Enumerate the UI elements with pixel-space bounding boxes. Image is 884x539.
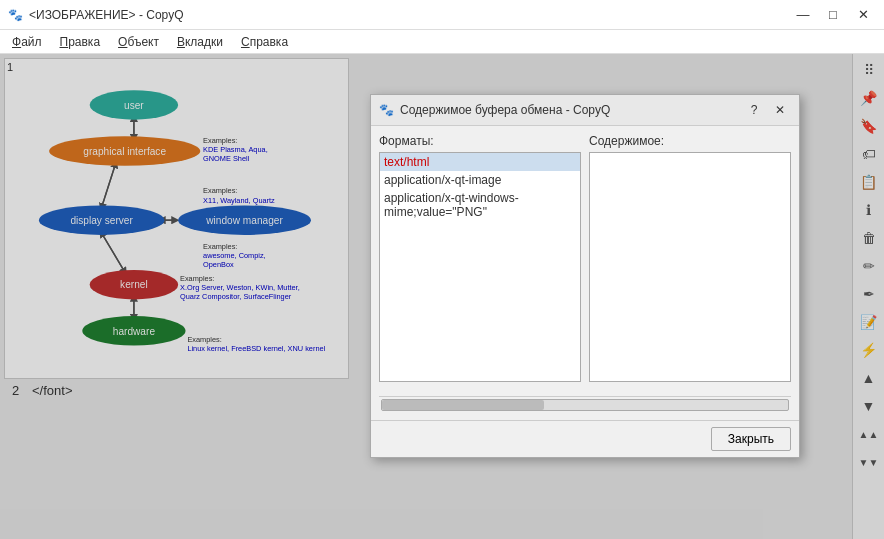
formats-section: Форматы: text/html application/x-qt-imag…: [379, 134, 581, 394]
modal-close-button[interactable]: ✕: [769, 101, 791, 119]
format-item-qt-image[interactable]: application/x-qt-image: [380, 171, 580, 189]
menu-bar: Файл Правка Объект Вкладки Справка: [0, 30, 884, 54]
modal-title-bar: 🐾 Содержимое буфера обмена - CopyQ ? ✕: [371, 95, 799, 126]
modal-columns: Форматы: text/html application/x-qt-imag…: [379, 134, 791, 394]
formats-list[interactable]: text/html application/x-qt-image applica…: [379, 152, 581, 382]
content-box: [589, 152, 791, 382]
modal-title-controls: ? ✕: [743, 101, 791, 119]
modal-title-left: 🐾 Содержимое буфера обмена - CopyQ: [379, 103, 610, 117]
modal-footer: Закрыть: [371, 420, 799, 457]
title-bar: 🐾 <ИЗОБРАЖЕНИЕ> - CopyQ — □ ✕: [0, 0, 884, 30]
format-item-qt-windows[interactable]: application/x-qt-windows-mime;value="PNG…: [380, 189, 580, 221]
title-bar-left: 🐾 <ИЗОБРАЖЕНИЕ> - CopyQ: [8, 8, 184, 22]
modal-title: Содержимое буфера обмена - CopyQ: [400, 103, 610, 117]
horizontal-scrollbar[interactable]: [381, 399, 789, 411]
close-dialog-button[interactable]: Закрыть: [711, 427, 791, 451]
app-icon: 🐾: [8, 8, 23, 22]
menu-file[interactable]: Файл: [4, 33, 50, 51]
close-window-button[interactable]: ✕: [850, 4, 876, 26]
menu-object[interactable]: Объект: [110, 33, 167, 51]
window-title: <ИЗОБРАЖЕНИЕ> - CopyQ: [29, 8, 184, 22]
content-section: Содержимое:: [589, 134, 791, 394]
modal-icon: 🐾: [379, 103, 394, 117]
menu-tabs[interactable]: Вкладки: [169, 33, 231, 51]
main-area: 1: [0, 54, 884, 539]
content-label: Содержимое:: [589, 134, 791, 148]
title-bar-controls: — □ ✕: [790, 4, 876, 26]
minimize-button[interactable]: —: [790, 4, 816, 26]
formats-label: Форматы:: [379, 134, 581, 148]
clipboard-modal: 🐾 Содержимое буфера обмена - CopyQ ? ✕ Ф…: [370, 94, 800, 458]
menu-edit[interactable]: Правка: [52, 33, 109, 51]
format-item-html[interactable]: text/html: [380, 153, 580, 171]
scrollbar-thumb: [382, 400, 544, 410]
maximize-button[interactable]: □: [820, 4, 846, 26]
modal-help-button[interactable]: ?: [743, 101, 765, 119]
menu-help[interactable]: Справка: [233, 33, 296, 51]
modal-body: Форматы: text/html application/x-qt-imag…: [371, 126, 799, 420]
scrollbar-area: [379, 396, 791, 412]
